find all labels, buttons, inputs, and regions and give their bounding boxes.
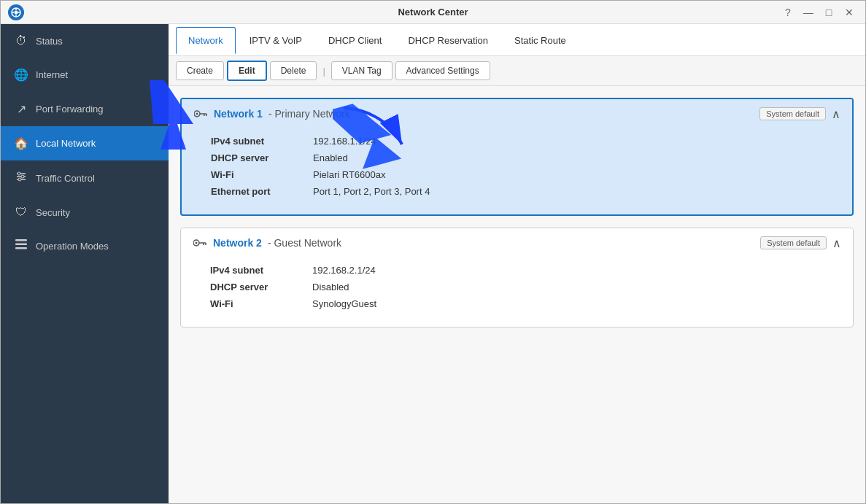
sidebar-item-security[interactable]: 🛡 Security <box>1 195 169 229</box>
network-1-ipv4-label: IPv4 subnet <box>211 136 313 147</box>
sidebar-item-operation-modes[interactable]: Operation Modes <box>1 229 169 263</box>
svg-point-9 <box>18 172 20 175</box>
svg-point-11 <box>18 178 21 181</box>
network-card-1-title: Network 1 - Primary Network <box>193 106 350 121</box>
sidebar-item-traffic-control[interactable]: Traffic Control <box>1 160 169 195</box>
create-button[interactable]: Create <box>176 61 224 80</box>
network-1-eth-row: Ethernet port Port 1, Port 2, Port 3, Po… <box>211 186 840 197</box>
sidebar: ⏱ Status 🌐 Internet ↗ Port Forwarding 🏠 … <box>1 24 169 503</box>
help-button[interactable]: ? <box>779 4 797 21</box>
network-1-name: Network 1 <box>214 108 263 120</box>
sidebar-item-label-internet: Internet <box>36 69 68 80</box>
network-1-eth-label: Ethernet port <box>211 186 313 197</box>
vlan-tag-button[interactable]: VLAN Tag <box>331 61 393 80</box>
network-2-ipv4-row: IPv4 subnet 192.168.2.1/24 <box>210 265 841 276</box>
tab-dhcp-reservation[interactable]: DHCP Reservation <box>395 27 500 53</box>
app-logo <box>8 4 24 20</box>
toolbar: Create Edit Delete | VLAN Tag Advanced S… <box>169 56 865 86</box>
maximize-button[interactable]: □ <box>820 4 838 21</box>
network-card-1: Network 1 - Primary Network System defau… <box>180 98 854 216</box>
network-1-collapse-btn[interactable]: ∧ <box>832 107 840 121</box>
network-1-wifi-row: Wi-Fi Pielari RT6600ax <box>211 169 840 180</box>
network-2-wifi-label: Wi-Fi <box>210 298 312 309</box>
sidebar-item-internet[interactable]: 🌐 Internet <box>1 58 169 92</box>
titlebar-left <box>8 4 24 20</box>
network-2-body: IPv4 subnet 192.168.2.1/24 DHCP server D… <box>181 257 853 327</box>
network-2-dhcp-label: DHCP server <box>210 282 312 292</box>
main-layout: ⏱ Status 🌐 Internet ↗ Port Forwarding 🏠 … <box>1 24 865 503</box>
network-1-dhcp-row: DHCP server Enabled <box>211 152 840 163</box>
delete-button[interactable]: Delete <box>270 61 317 80</box>
svg-point-23 <box>196 242 198 244</box>
svg-point-1 <box>15 10 18 14</box>
security-icon: 🛡 <box>14 206 28 219</box>
network-1-actions: System default ∧ <box>759 107 840 121</box>
network-1-wifi-label: Wi-Fi <box>211 169 313 180</box>
content-area: Network IPTV & VoIP DHCP Client DHCP Res… <box>169 24 865 503</box>
network-2-actions: System default ∧ <box>760 236 841 250</box>
network-1-eth-value: Port 1, Port 2, Port 3, Port 4 <box>313 186 430 197</box>
network-2-subtitle: - Guest Network <box>268 237 341 249</box>
sidebar-item-label-local-network: Local Network <box>36 138 96 149</box>
sidebar-item-label-port-forwarding: Port Forwarding <box>36 104 103 115</box>
sidebar-item-status[interactable]: ⏱ Status <box>1 24 169 58</box>
network-1-wifi-value: Pielari RT6600ax <box>313 169 385 180</box>
sidebar-item-label-operation-modes: Operation Modes <box>36 241 109 252</box>
port-forwarding-icon: ↗ <box>14 102 28 116</box>
svg-rect-12 <box>15 239 27 241</box>
tab-dhcp-client[interactable]: DHCP Client <box>316 27 394 53</box>
tab-iptv-voip[interactable]: IPTV & VoIP <box>237 27 314 53</box>
advanced-settings-button[interactable]: Advanced Settings <box>395 61 490 80</box>
network-card-2-header: Network 2 - Guest Network System default… <box>181 228 853 257</box>
local-network-icon: 🏠 <box>14 136 28 150</box>
network-2-dhcp-row: DHCP server Disabled <box>210 282 841 292</box>
network-card-2: Network 2 - Guest Network System default… <box>180 228 854 327</box>
network-2-collapse-btn[interactable]: ∧ <box>832 236 841 250</box>
network-1-ipv4-value: 192.168.1.1/24 <box>313 136 376 147</box>
svg-point-18 <box>196 113 198 115</box>
network-2-ipv4-label: IPv4 subnet <box>210 265 312 276</box>
network-2-wifi-row: Wi-Fi SynologyGuest <box>210 298 841 309</box>
network-2-system-default: System default <box>760 236 827 249</box>
svg-rect-14 <box>15 247 27 249</box>
tabs-row: Network IPTV & VoIP DHCP Client DHCP Res… <box>169 24 865 56</box>
network-1-body: IPv4 subnet 192.168.1.1/24 DHCP server E… <box>182 128 852 214</box>
network-1-system-default: System default <box>759 107 826 120</box>
network-2-dhcp-value: Disabled <box>312 282 349 292</box>
network-2-key-icon <box>193 236 207 250</box>
svg-point-10 <box>21 175 24 178</box>
network-1-dhcp-value: Enabled <box>313 152 348 163</box>
network-2-ipv4-value: 192.168.2.1/24 <box>312 265 376 276</box>
network-2-wifi-value: SynologyGuest <box>312 298 376 309</box>
close-button[interactable]: ✕ <box>840 4 858 21</box>
network-card-1-header: Network 1 - Primary Network System defau… <box>182 99 852 128</box>
sidebar-item-label-traffic-control: Traffic Control <box>36 173 95 184</box>
operation-modes-icon <box>14 239 28 252</box>
tab-static-route[interactable]: Static Route <box>502 27 579 53</box>
network-2-name: Network 2 <box>213 237 262 249</box>
sidebar-item-label-status: Status <box>36 36 63 47</box>
status-icon: ⏱ <box>14 34 28 47</box>
edit-button[interactable]: Edit <box>227 61 267 81</box>
titlebar-controls: ? — □ ✕ <box>779 4 858 21</box>
minimize-button[interactable]: — <box>800 4 817 21</box>
sidebar-item-local-network[interactable]: 🏠 Local Network <box>1 126 169 160</box>
network-1-dhcp-label: DHCP server <box>211 152 313 163</box>
network-1-ipv4-row: IPv4 subnet 192.168.1.1/24 <box>211 136 840 147</box>
svg-rect-13 <box>15 244 27 246</box>
titlebar: Network Center ? — □ ✕ <box>1 1 865 24</box>
toolbar-separator: | <box>322 66 325 77</box>
network-card-2-title: Network 2 - Guest Network <box>193 236 341 250</box>
window-title: Network Center <box>398 7 468 18</box>
internet-icon: 🌐 <box>14 68 28 82</box>
sidebar-item-label-security: Security <box>36 207 70 218</box>
network-1-key-icon <box>193 106 208 121</box>
traffic-control-icon <box>14 171 28 185</box>
sidebar-item-port-forwarding[interactable]: ↗ Port Forwarding <box>1 92 169 126</box>
tab-network[interactable]: Network <box>176 27 236 54</box>
main-window: Network Center ? — □ ✕ ⏱ Status 🌐 Intern… <box>0 0 866 504</box>
network-1-subtitle: - Primary Network <box>268 108 350 120</box>
network-list: Network 1 - Primary Network System defau… <box>169 86 865 503</box>
